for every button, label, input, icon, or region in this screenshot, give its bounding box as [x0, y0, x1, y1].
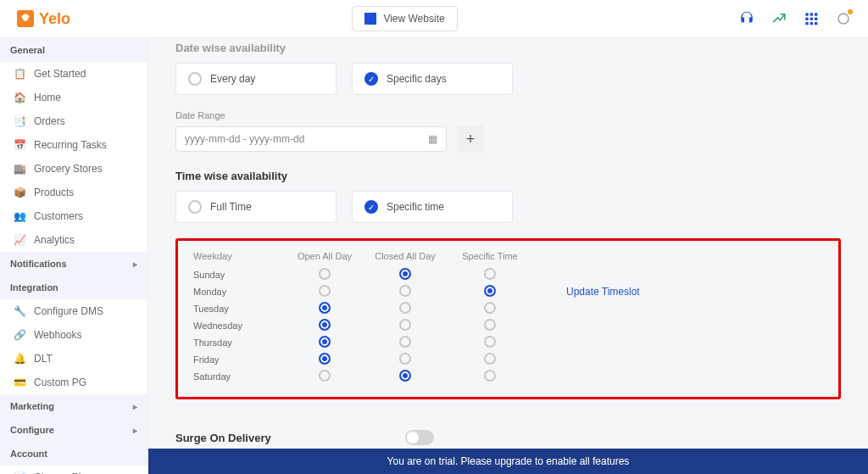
table-row: Tuesday — [193, 300, 823, 317]
support-icon[interactable] — [739, 11, 754, 26]
closed-all-day-radio[interactable] — [399, 370, 411, 382]
nav-icon: 📅 — [14, 139, 25, 151]
table-row: Sunday — [193, 266, 823, 283]
date-range-input[interactable]: yyyy-mm-dd - yyyy-mm-dd ▦ — [175, 126, 447, 152]
closed-all-day-radio[interactable] — [399, 268, 411, 280]
svg-rect-3 — [805, 18, 808, 20]
surge-toggle[interactable] — [405, 430, 434, 445]
weekday-label: Sunday — [193, 270, 287, 280]
open-all-day-radio[interactable] — [319, 268, 331, 280]
sidebar-section-integration: Integration — [0, 276, 147, 299]
svg-rect-2 — [815, 13, 817, 15]
sidebar-item-orders[interactable]: 📑Orders — [0, 109, 147, 133]
specific-time-radio[interactable] — [484, 302, 496, 314]
radio-icon — [188, 200, 202, 214]
sidebar-item-products[interactable]: 📦Products — [0, 181, 147, 204]
closed-all-day-radio[interactable] — [399, 285, 411, 297]
sidebar-item-custom-pg[interactable]: 💳Custom PG — [0, 371, 147, 394]
nav-icon: 🔔 — [14, 353, 25, 365]
table-row: Friday — [193, 351, 823, 368]
svg-rect-8 — [815, 22, 817, 25]
sidebar-section-marketing[interactable]: Marketing▸ — [0, 394, 147, 418]
table-row: Thursday — [193, 334, 823, 351]
table-header: Weekday Open All Day Closed All Day Spec… — [193, 251, 823, 261]
specific-time-option[interactable]: Specific time — [352, 191, 513, 223]
specific-time-radio[interactable] — [484, 370, 496, 382]
specific-time-radio[interactable] — [484, 336, 496, 348]
table-row: Saturday — [193, 368, 823, 385]
svg-rect-5 — [815, 18, 817, 20]
sidebar-item-choose-plan[interactable]: 📊Choose Plan — [0, 466, 147, 474]
svg-point-9 — [838, 14, 849, 24]
table-row: Wednesday — [193, 317, 823, 334]
logo[interactable]: Yelo — [17, 10, 70, 28]
open-all-day-radio[interactable] — [319, 302, 331, 314]
specific-time-radio[interactable] — [484, 285, 496, 297]
add-date-button[interactable]: + — [457, 125, 484, 153]
calendar-icon: ▦ — [428, 133, 437, 145]
lion-icon — [17, 10, 34, 27]
timeslot-table: Weekday Open All Day Closed All Day Spec… — [175, 238, 841, 399]
full-time-option[interactable]: Full Time — [175, 191, 337, 223]
sidebar-item-home[interactable]: 🏠Home — [0, 86, 147, 109]
radio-checked-icon — [364, 200, 378, 214]
sidebar-item-configure-dms[interactable]: 🔧Configure DMS — [0, 299, 147, 323]
apps-icon[interactable] — [804, 11, 819, 26]
specific-time-radio[interactable] — [484, 319, 496, 331]
closed-all-day-radio[interactable] — [399, 336, 411, 348]
closed-all-day-radio[interactable] — [399, 353, 411, 365]
closed-all-day-radio[interactable] — [399, 319, 411, 331]
nav-icon: 🔧 — [14, 305, 25, 317]
radio-icon — [188, 72, 202, 86]
open-all-day-radio[interactable] — [319, 285, 331, 297]
notifications-icon[interactable] — [836, 11, 851, 26]
nav-icon: 🏠 — [14, 92, 25, 103]
nav-icon: 📦 — [14, 187, 25, 198]
closed-all-day-radio[interactable] — [399, 302, 411, 314]
specific-time-radio[interactable] — [484, 268, 496, 280]
view-website-button[interactable]: View Website — [352, 6, 457, 31]
nav-icon: 💳 — [14, 376, 25, 388]
sidebar-section-account: Account — [0, 442, 147, 466]
weekday-label: Monday — [193, 287, 287, 297]
sidebar-item-dlt[interactable]: 🔔DLT — [0, 347, 147, 371]
chevron-right-icon: ▸ — [133, 259, 137, 269]
chevron-right-icon: ▸ — [133, 402, 137, 411]
svg-rect-7 — [810, 22, 813, 25]
view-website-label: View Website — [383, 13, 444, 25]
sidebar-section-configure[interactable]: Configure▸ — [0, 418, 147, 442]
open-all-day-radio[interactable] — [319, 319, 331, 331]
date-wise-title: Date wise availability — [175, 42, 841, 54]
nav-icon: 📋 — [14, 68, 25, 80]
sidebar-section-general: General — [0, 38, 147, 62]
top-icons — [739, 11, 851, 26]
weekday-label: Thursday — [193, 337, 287, 348]
top-bar: Yelo View Website — [0, 0, 868, 38]
sidebar-item-grocery-stores[interactable]: 🏬Grocery Stores — [0, 157, 147, 181]
nav-icon: 👥 — [14, 210, 25, 222]
sidebar-item-get-started[interactable]: 📋Get Started — [0, 62, 147, 86]
sidebar-section-notifications[interactable]: Notifications▸ — [0, 252, 147, 276]
nav-icon: 📑 — [14, 115, 25, 127]
time-wise-title: Time wise availability — [175, 170, 841, 182]
weekday-label: Friday — [193, 354, 287, 365]
trial-banner[interactable]: You are on trial. Please upgrade to enab… — [148, 449, 868, 474]
svg-rect-6 — [805, 22, 808, 25]
sidebar-item-analytics[interactable]: 📈Analytics — [0, 228, 147, 252]
specific-time-radio[interactable] — [484, 353, 496, 365]
svg-rect-1 — [810, 13, 813, 15]
open-all-day-radio[interactable] — [319, 336, 331, 348]
surge-label: Surge On Delivery — [175, 432, 337, 444]
growth-icon[interactable] — [771, 11, 787, 26]
open-all-day-radio[interactable] — [319, 353, 331, 365]
sidebar-item-webhooks[interactable]: 🔗Webhooks — [0, 323, 147, 347]
update-timeslot-link[interactable]: Update Timeslot — [532, 286, 823, 298]
svg-rect-0 — [805, 13, 808, 15]
nav-icon: 📈 — [14, 234, 25, 246]
every-day-option[interactable]: Every day — [175, 63, 337, 95]
brand-name: Yelo — [39, 10, 70, 28]
sidebar-item-customers[interactable]: 👥Customers — [0, 204, 147, 228]
open-all-day-radio[interactable] — [319, 370, 331, 382]
specific-days-option[interactable]: Specific days — [352, 63, 513, 95]
sidebar-item-recurring-tasks[interactable]: 📅Recurring Tasks — [0, 133, 147, 157]
